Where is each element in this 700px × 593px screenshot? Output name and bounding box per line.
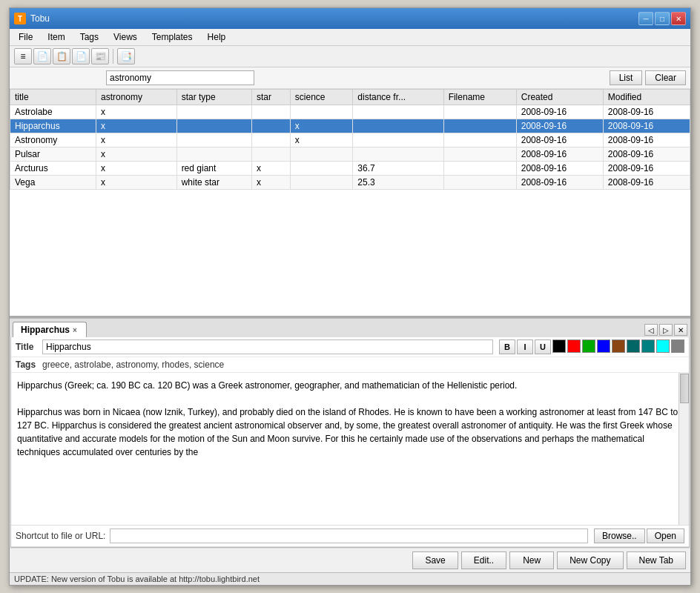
scrollbar-track[interactable] <box>678 373 689 525</box>
italic-button[interactable]: I <box>517 339 533 354</box>
tab-label: Hipparchus <box>21 325 70 335</box>
color-cyan[interactable] <box>656 339 670 353</box>
table-cell: 2008-09-16 <box>603 176 690 190</box>
tab-hipparchus[interactable]: Hipparchus × <box>13 322 87 337</box>
col-title[interactable]: title <box>10 90 96 105</box>
new-button[interactable]: New <box>509 551 554 569</box>
minimize-button[interactable]: ─ <box>638 12 653 25</box>
tab-close-icon[interactable]: × <box>73 326 77 334</box>
menu-templates[interactable]: Templates <box>146 30 199 44</box>
underline-button[interactable]: U <box>535 339 551 354</box>
color-teal-dark[interactable] <box>627 339 640 353</box>
data-table: title astronomy star type star science d… <box>10 89 690 190</box>
color-blue[interactable] <box>597 339 610 353</box>
col-distance[interactable]: distance fr... <box>353 90 443 105</box>
table-cell: 2008-09-16 <box>516 176 603 190</box>
col-modified[interactable]: Modified <box>603 90 690 105</box>
table-cell: 2008-09-16 <box>516 162 603 176</box>
color-red[interactable] <box>567 339 581 353</box>
content-editor[interactable] <box>11 373 689 525</box>
format-toolbar: B I U <box>499 339 684 354</box>
tags-label: Tags <box>16 360 42 370</box>
table-cell <box>290 162 352 176</box>
table-cell <box>251 119 290 133</box>
new-tab-button[interactable]: New Tab <box>627 551 686 569</box>
menu-help[interactable]: Help <box>202 30 232 44</box>
menu-tags[interactable]: Tags <box>74 30 105 44</box>
table-cell: Hipparchus <box>10 119 96 133</box>
app-icon: T <box>14 13 26 24</box>
menu-file[interactable]: File <box>13 30 39 44</box>
col-filename[interactable]: Filename <box>443 90 516 105</box>
toolbar-new-btn[interactable]: 📄 <box>33 48 51 64</box>
table-cell <box>176 133 251 148</box>
toolbar-separator <box>113 49 113 64</box>
table-cell: 2008-09-16 <box>516 119 603 133</box>
table-cell: 25.3 <box>353 176 443 190</box>
scrollbar-thumb[interactable] <box>680 374 689 403</box>
close-button[interactable]: ✕ <box>671 12 686 25</box>
table-cell: 2008-09-16 <box>603 133 690 148</box>
table-row[interactable]: Vegaxwhite starx25.32008-09-162008-09-16 <box>10 176 690 190</box>
text-area-container <box>11 373 689 526</box>
clear-button[interactable]: Clear <box>645 70 686 85</box>
main-window: T Tobu ─ □ ✕ File Item Tags Views Templa… <box>9 7 691 586</box>
color-brown[interactable] <box>612 339 625 353</box>
table-cell: 2008-09-16 <box>516 105 603 119</box>
table-cell <box>251 133 290 148</box>
item-editor: Title B I U Ta <box>10 337 690 548</box>
table-cell <box>290 105 352 119</box>
toolbar-paste-btn[interactable]: 📄 <box>72 48 90 64</box>
toolbar-export-btn[interactable]: 📰 <box>91 48 109 64</box>
tab-next-btn[interactable]: ▷ <box>659 324 673 336</box>
restore-button[interactable]: □ <box>655 12 670 25</box>
table-row[interactable]: Astrolabex2008-09-162008-09-16 <box>10 105 690 119</box>
col-created[interactable]: Created <box>516 90 603 105</box>
browse-button[interactable]: Browse.. <box>594 529 645 543</box>
col-star[interactable]: star <box>251 90 290 105</box>
table-cell: 2008-09-16 <box>516 148 603 162</box>
tab-close-all-btn[interactable]: ✕ <box>674 324 687 336</box>
table-cell: x <box>96 176 176 190</box>
col-startype[interactable]: star type <box>176 90 251 105</box>
table-cell: x <box>96 133 176 148</box>
color-black[interactable] <box>552 339 566 353</box>
color-teal[interactable] <box>641 339 655 353</box>
table-row[interactable]: Arcturusxred giantx36.72008-09-162008-09… <box>10 162 690 176</box>
open-button[interactable]: Open <box>647 529 684 543</box>
tab-prev-btn[interactable]: ◁ <box>644 324 658 336</box>
table-cell <box>443 148 516 162</box>
top-panel: List Clear title astronomy star type sta… <box>10 67 690 318</box>
bold-button[interactable]: B <box>499 339 515 354</box>
toolbar-list-btn[interactable]: ≡ <box>14 48 32 64</box>
new-copy-button[interactable]: New Copy <box>557 551 623 569</box>
title-label: Title <box>16 342 42 352</box>
data-table-container[interactable]: title astronomy star type star science d… <box>10 89 690 316</box>
title-bar-left: T Tobu <box>14 13 50 24</box>
save-button[interactable]: Save <box>412 551 458 569</box>
menu-item[interactable]: Item <box>42 30 70 44</box>
search-bar: List Clear <box>10 67 690 89</box>
menu-views[interactable]: Views <box>108 30 143 44</box>
toolbar-settings-btn[interactable]: 📑 <box>117 48 135 64</box>
action-bar: Save Edit.. New New Copy New Tab <box>10 548 690 572</box>
toolbar-copy-btn[interactable]: 📋 <box>53 48 70 64</box>
shortcut-input[interactable] <box>110 529 588 543</box>
table-cell: x <box>96 119 176 133</box>
title-bar-buttons: ─ □ ✕ <box>638 12 686 25</box>
table-row[interactable]: Pulsarx2008-09-162008-09-16 <box>10 148 690 162</box>
table-cell <box>353 119 443 133</box>
title-bar: T Tobu ─ □ ✕ <box>10 8 690 29</box>
list-button[interactable]: List <box>610 70 643 85</box>
table-header-row: title astronomy star type star science d… <box>10 90 690 105</box>
search-input[interactable] <box>106 70 254 85</box>
table-row[interactable]: Astronomyxx2008-09-162008-09-16 <box>10 133 690 148</box>
col-astronomy[interactable]: astronomy <box>96 90 176 105</box>
color-green[interactable] <box>582 339 595 353</box>
table-row[interactable]: Hipparchusxx2008-09-162008-09-16 <box>10 119 690 133</box>
table-cell: 2008-09-16 <box>603 105 690 119</box>
color-gray[interactable] <box>671 339 684 353</box>
col-science[interactable]: science <box>290 90 352 105</box>
edit-button[interactable]: Edit.. <box>461 551 506 569</box>
title-input[interactable] <box>42 339 493 354</box>
